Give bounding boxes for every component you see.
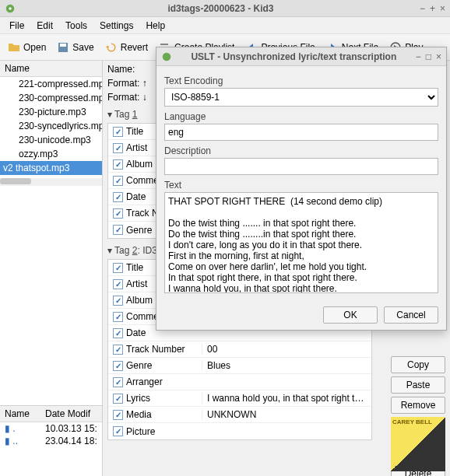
- checkbox-icon[interactable]: ✓: [113, 192, 123, 202]
- field-label: Picture: [126, 426, 155, 437]
- field-label: Artist: [126, 142, 147, 153]
- field-value[interactable]: UNKNOWN: [202, 409, 371, 420]
- field-label: Album: [126, 159, 153, 170]
- window-title: id3tags-20000623 - Kid3: [22, 3, 420, 14]
- checkbox-icon[interactable]: ✓: [113, 296, 123, 306]
- checkbox-icon[interactable]: ✓: [113, 410, 123, 420]
- field-label: Date: [126, 327, 146, 338]
- tag-row[interactable]: ✓Arranger: [108, 374, 371, 390]
- app-icon: [5, 3, 16, 14]
- field-label: Album: [126, 295, 153, 306]
- file-list: Name 221-compressed.mp230-compressed.mp2…: [0, 61, 102, 406]
- menu-settings[interactable]: Settings: [93, 19, 139, 33]
- checkbox-icon[interactable]: ✓: [113, 345, 123, 355]
- maximize-icon[interactable]: +: [430, 3, 435, 14]
- field-label: Lyrics: [126, 393, 150, 404]
- format-up-label: Format: ↑: [107, 78, 147, 89]
- name-label: Name:: [107, 64, 135, 75]
- dirlist-header-name[interactable]: Name: [0, 406, 40, 422]
- text-textarea[interactable]: [164, 192, 438, 293]
- save-button[interactable]: Save: [52, 39, 98, 56]
- field-label: Media: [126, 409, 152, 420]
- file-item[interactable]: ozzy.mp3: [0, 147, 102, 161]
- checkbox-icon[interactable]: ✓: [113, 377, 123, 387]
- file-hscrollbar[interactable]: [0, 178, 102, 186]
- dirlist-header-date[interactable]: Date Modif: [40, 406, 95, 422]
- open-button[interactable]: Open: [3, 39, 51, 56]
- file-item[interactable]: 230-picture.mp3: [0, 105, 102, 119]
- field-label: Genre: [126, 225, 152, 236]
- filelist-header[interactable]: Name: [0, 61, 102, 77]
- text-label: Text: [164, 180, 438, 191]
- field-label: Date: [126, 191, 146, 202]
- checkbox-icon[interactable]: ✓: [113, 127, 123, 137]
- menu-tools[interactable]: Tools: [59, 19, 93, 33]
- language-label: Language: [164, 111, 438, 122]
- dir-row[interactable]: ▮ ..23.04.14 18:: [0, 435, 102, 447]
- dialog-title: USLT - Unsynchronized lyric/text transcr…: [172, 51, 416, 62]
- checkbox-icon[interactable]: ✓: [113, 225, 123, 235]
- checkbox-icon[interactable]: ✓: [113, 361, 123, 371]
- text-encoding-select[interactable]: ISO-8859-1: [164, 88, 438, 107]
- tag-row[interactable]: ✓Picture: [108, 423, 371, 439]
- copy-button[interactable]: Copy: [391, 356, 445, 373]
- field-label: Genre: [126, 360, 152, 371]
- field-label: Title: [126, 126, 143, 137]
- field-value[interactable]: Blues: [202, 360, 371, 371]
- description-input[interactable]: [164, 158, 438, 175]
- text-encoding-label: Text Encoding: [164, 75, 438, 86]
- menu-edit[interactable]: Edit: [30, 19, 59, 33]
- dialog-icon: [161, 51, 172, 62]
- file-item[interactable]: 230-compressed.mp: [0, 91, 102, 105]
- checkbox-icon[interactable]: ✓: [113, 143, 123, 153]
- paste-button[interactable]: Paste: [391, 376, 445, 394]
- tag-row[interactable]: ✓GenreBlues: [108, 358, 371, 374]
- tag-row[interactable]: ✓Track Number00: [108, 341, 371, 358]
- tag-row[interactable]: ✓LyricsI wanna hold you, in that spot ri…: [108, 390, 371, 407]
- dialog-maximize-icon[interactable]: □: [426, 51, 431, 62]
- dialog-minimize-icon[interactable]: −: [416, 51, 421, 62]
- checkbox-icon[interactable]: ✓: [113, 426, 123, 436]
- uslt-dialog: USLT - Unsynchronized lyric/text transcr…: [156, 47, 447, 331]
- field-value[interactable]: I wanna hold you, in that spot right th……: [202, 393, 371, 404]
- checkbox-icon[interactable]: ✓: [113, 208, 123, 219]
- dialog-close-icon[interactable]: ×: [436, 51, 441, 62]
- checkbox-icon[interactable]: ✓: [113, 176, 123, 186]
- menu-file[interactable]: File: [3, 19, 30, 33]
- revert-button[interactable]: Revert: [100, 39, 153, 56]
- checkbox-icon[interactable]: ✓: [113, 159, 123, 170]
- field-label: Comme: [126, 175, 159, 186]
- checkbox-icon[interactable]: ✓: [113, 394, 123, 404]
- file-item[interactable]: 221-compressed.mp: [0, 77, 102, 91]
- main-titlebar: id3tags-20000623 - Kid3 − + ×: [0, 0, 450, 17]
- field-label: Title: [126, 262, 143, 273]
- checkbox-icon[interactable]: ✓: [113, 328, 123, 338]
- left-pane: Name 221-compressed.mp230-compressed.mp2…: [0, 61, 103, 476]
- tag-row[interactable]: ✓MediaUNKNOWN: [108, 407, 371, 423]
- checkbox-icon[interactable]: ✓: [113, 312, 123, 322]
- field-label: Track Number: [126, 344, 185, 355]
- file-item[interactable]: 230-unicode.mp3: [0, 133, 102, 147]
- remove-button[interactable]: Remove: [391, 397, 445, 414]
- field-value[interactable]: 00: [202, 344, 371, 355]
- album-art[interactable]: CAREY BELL: [391, 417, 445, 471]
- checkbox-icon[interactable]: ✓: [113, 279, 123, 289]
- svg-rect-3: [60, 44, 66, 47]
- format-down-label: Format: ↓: [107, 92, 147, 103]
- dir-list: Name Date Modif ▮ .10.03.13 15:▮ ..23.04…: [0, 406, 102, 476]
- ok-button[interactable]: OK: [323, 306, 378, 324]
- save-icon: [57, 41, 69, 54]
- checkbox-icon[interactable]: ✓: [113, 263, 123, 273]
- svg-rect-4: [160, 44, 168, 45]
- language-input[interactable]: [164, 124, 438, 141]
- svg-point-8: [163, 52, 171, 61]
- file-item[interactable]: v2 thatspot.mp3: [0, 161, 102, 175]
- field-label: Track N: [126, 208, 159, 219]
- minimize-icon[interactable]: −: [420, 3, 425, 14]
- dir-row[interactable]: ▮ .10.03.13 15:: [0, 422, 102, 435]
- menu-help[interactable]: Help: [139, 19, 171, 33]
- close-icon[interactable]: ×: [440, 3, 445, 14]
- menubar: File Edit Tools Settings Help: [0, 17, 450, 34]
- cancel-button[interactable]: Cancel: [384, 306, 438, 324]
- file-item[interactable]: 230-syncedlyrics.mp: [0, 119, 102, 133]
